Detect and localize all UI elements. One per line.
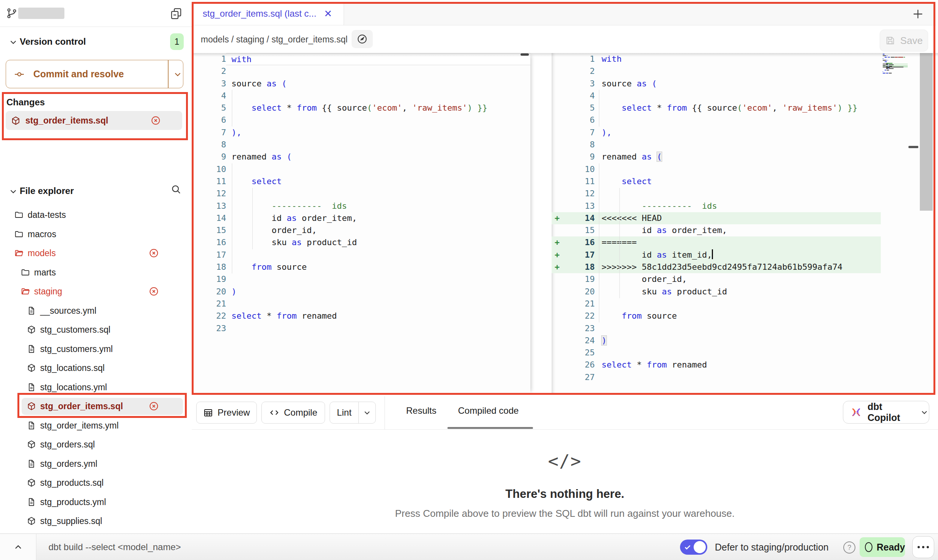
- scrollbar-thumb[interactable]: [521, 53, 529, 56]
- code-line-6[interactable]: 6: [552, 114, 881, 126]
- code-line-1[interactable]: 1with: [192, 53, 530, 65]
- code-line-26[interactable]: 26select * from renamed: [552, 359, 881, 371]
- code-line-9[interactable]: 9renamed as (: [192, 151, 530, 163]
- code-line-10[interactable]: 10: [552, 163, 881, 175]
- code-line-9[interactable]: 9renamed as (: [552, 151, 881, 163]
- command-input[interactable]: dbt build --select <model_name>: [48, 542, 181, 552]
- search-icon[interactable]: [170, 184, 182, 195]
- chevron-down-icon[interactable]: [8, 186, 18, 196]
- code-line-13[interactable]: 13 ---------- ids: [192, 200, 530, 212]
- lint-button[interactable]: Lint: [330, 402, 358, 423]
- code-line-20[interactable]: 20 sku as product_id: [552, 286, 881, 298]
- file-tree-item-stg_orders.yml[interactable]: stg_orders.yml: [0, 454, 192, 473]
- tab-results[interactable]: Results: [406, 394, 436, 427]
- code-line-22[interactable]: 22select * from renamed: [192, 310, 530, 322]
- code-line-2[interactable]: 2: [552, 65, 881, 77]
- code-line-24[interactable]: 24): [552, 335, 881, 347]
- code-line-5[interactable]: 5 select * from {{ source('ecom', 'raw_i…: [552, 102, 881, 114]
- lineage-compass-icon[interactable]: [352, 30, 373, 48]
- discard-change-icon[interactable]: [149, 286, 159, 297]
- defer-toggle[interactable]: [680, 540, 707, 555]
- code-line-25[interactable]: 25: [552, 347, 881, 359]
- code-line-4[interactable]: 4: [552, 90, 881, 102]
- code-line-12[interactable]: 12: [552, 188, 881, 200]
- code-line-14[interactable]: 14 id as order_item,: [192, 212, 530, 224]
- lint-options-chevron-icon[interactable]: [358, 402, 375, 423]
- scrollbar-thumb[interactable]: [920, 53, 933, 211]
- code-line-22[interactable]: 22 from source: [552, 310, 881, 322]
- code-line-19[interactable]: 19 order_id,: [552, 273, 881, 285]
- code-line-11[interactable]: 11 select: [552, 175, 881, 188]
- code-line-23[interactable]: 23: [192, 322, 530, 335]
- more-options-button[interactable]: [912, 536, 934, 558]
- close-tab-icon[interactable]: ✕: [324, 9, 332, 19]
- git-branch-icon[interactable]: [6, 8, 17, 19]
- code-line-17[interactable]: 17: [192, 249, 530, 261]
- code-line-16[interactable]: 16 sku as product_id: [192, 236, 530, 249]
- file-tree-item-models[interactable]: models: [0, 244, 192, 263]
- code-line-7[interactable]: 7),: [192, 127, 530, 139]
- expand-command-history-button[interactable]: [0, 534, 36, 560]
- compile-button[interactable]: Compile: [261, 402, 325, 424]
- code-line-8[interactable]: 8: [552, 139, 881, 151]
- code-line-16[interactable]: +16=======: [552, 236, 881, 249]
- discard-change-icon[interactable]: [150, 115, 161, 126]
- code-line-21[interactable]: 21: [552, 298, 881, 310]
- file-tree-item-marts[interactable]: marts: [0, 263, 192, 282]
- code-line-14[interactable]: +14<<<<<<< HEAD: [552, 212, 881, 224]
- file-tree-item-macros[interactable]: macros: [0, 225, 192, 244]
- file-tree-item-stg_order_items.yml[interactable]: stg_order_items.yml: [0, 416, 192, 435]
- file-tree-item-stg_locations.sql[interactable]: stg_locations.sql: [0, 358, 192, 377]
- discard-change-icon[interactable]: [149, 401, 159, 411]
- file-tree-item-stg_products.sql[interactable]: stg_products.sql: [0, 473, 192, 492]
- help-icon[interactable]: ?: [843, 541, 855, 554]
- save-button[interactable]: Save: [880, 30, 928, 52]
- dbt-copilot-button[interactable]: dbt Copilot: [843, 401, 929, 424]
- changed-file-item[interactable]: stg_order_items.sql: [6, 111, 182, 130]
- copy-branch-icon[interactable]: [170, 7, 183, 20]
- code-line-6[interactable]: 6: [192, 114, 530, 126]
- code-line-13[interactable]: 13 ---------- ids: [552, 200, 881, 212]
- file-tree-item-stg_order_items.sql[interactable]: stg_order_items.sql: [0, 397, 192, 416]
- code-line-19[interactable]: 19: [192, 273, 530, 285]
- version-control-header[interactable]: Version control: [20, 36, 86, 47]
- file-tree-item-stg_supplies.sql[interactable]: stg_supplies.sql: [0, 512, 192, 530]
- file-tree-item-stg_products.yml[interactable]: stg_products.yml: [0, 493, 192, 512]
- discard-change-icon[interactable]: [149, 248, 159, 258]
- code-line-2[interactable]: 2: [192, 65, 530, 77]
- file-tree-item-staging[interactable]: staging: [0, 282, 192, 301]
- code-line-17[interactable]: +17 id as item_id,: [552, 249, 881, 261]
- editor-pane-incoming[interactable]: 1with23source as (45 select * from {{ so…: [552, 53, 938, 394]
- code-line-4[interactable]: 4: [192, 90, 530, 102]
- status-badge-ready[interactable]: Ready: [860, 537, 905, 557]
- code-line-3[interactable]: 3source as (: [192, 78, 530, 90]
- new-tab-icon[interactable]: [911, 8, 924, 20]
- file-explorer-header[interactable]: File explorer: [20, 186, 74, 196]
- editor-pane-local[interactable]: 1with23source as (45 select * from {{ so…: [192, 53, 530, 394]
- tab-stg-order-items[interactable]: stg_order_items.sql (last c... ✕: [194, 2, 344, 25]
- commit-and-resolve-button[interactable]: Commit and resolve: [6, 60, 183, 88]
- chevron-down-icon[interactable]: [8, 37, 18, 47]
- code-line-7[interactable]: 7),: [552, 127, 881, 139]
- tab-compiled-code[interactable]: Compiled code: [458, 394, 519, 427]
- file-tree-item-data-tests[interactable]: data-tests: [0, 205, 192, 224]
- code-line-21[interactable]: 21: [192, 298, 530, 310]
- code-line-11[interactable]: 11 select: [192, 175, 530, 188]
- code-line-8[interactable]: 8: [192, 139, 530, 151]
- code-line-18[interactable]: +18>>>>>>> 58c1dd23d5eebd9cd2495fa7124ab…: [552, 261, 881, 273]
- file-tree-item-stg_orders.sql[interactable]: stg_orders.sql: [0, 435, 192, 454]
- preview-button[interactable]: Preview: [196, 402, 257, 424]
- minimap[interactable]: [883, 54, 909, 74]
- code-line-20[interactable]: 20): [192, 286, 530, 298]
- code-line-15[interactable]: 15 id as order_item,: [552, 224, 881, 236]
- branch-name-redacted[interactable]: [18, 8, 64, 19]
- file-tree-item-stg_customers.yml[interactable]: stg_customers.yml: [0, 339, 192, 358]
- file-tree-item-stg_customers.sql[interactable]: stg_customers.sql: [0, 320, 192, 339]
- code-line-12[interactable]: 12: [192, 188, 530, 200]
- code-line-10[interactable]: 10: [192, 163, 530, 175]
- code-line-27[interactable]: 27: [552, 371, 881, 383]
- code-line-18[interactable]: 18 from source: [192, 261, 530, 273]
- file-tree-item-__sources.yml[interactable]: __sources.yml: [0, 301, 192, 320]
- commit-options-chevron-icon[interactable]: [173, 69, 183, 79]
- code-line-1[interactable]: 1with: [552, 53, 881, 65]
